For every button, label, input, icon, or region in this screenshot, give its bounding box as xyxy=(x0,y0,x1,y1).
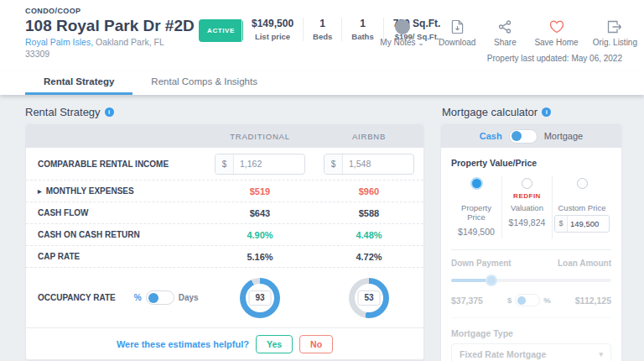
percent-days-toggle[interactable] xyxy=(146,290,174,305)
down-payment-label: Down Payment xyxy=(451,259,512,268)
column-header-traditional: TRADITIONAL xyxy=(205,132,314,141)
airbnb-occupancy-donut: 53 xyxy=(349,278,389,318)
loan-amount-value: $112,125 xyxy=(575,296,611,306)
heart-icon xyxy=(549,18,564,35)
traditional-occupancy-donut: 93 xyxy=(240,278,280,318)
rental-strategy-card: TRADITIONAL AIRBNB COMPARABLE RENTAL INC… xyxy=(25,123,424,360)
currency-prefix: $ xyxy=(325,154,343,174)
airbnb-income-input[interactable] xyxy=(343,159,410,169)
dollar-unit-label: $ xyxy=(507,296,512,305)
stat-baths: 1 Baths xyxy=(341,18,382,41)
airbnb-cap-rate: 4.72% xyxy=(314,252,423,262)
property-price-radio[interactable] xyxy=(470,177,483,190)
table-row-occupancy-rate: OCCUPANCY RATE % Days 93 53 xyxy=(26,267,423,327)
traditional-coc-return: 4.90% xyxy=(205,230,314,240)
tab-bar: Rental Strategy Rental Comps & Insights xyxy=(0,71,644,95)
option-property-price: Property Price $149,500 xyxy=(451,176,501,238)
mortgage-type-value: Fixed Rate Mortgage xyxy=(460,349,546,359)
mortgage-type-select[interactable]: Fixed Rate Mortgage ▾ xyxy=(451,343,611,361)
my-notes-button[interactable]: My Notes ⌄ xyxy=(380,18,424,47)
airbnb-income-input-group: $ xyxy=(324,154,414,175)
property-title: 108 Royal Park Dr #2D xyxy=(25,17,195,35)
address-text: Oakland Park, FL xyxy=(93,37,164,47)
table-row-cash-flow: CASH FLOW $643 $588 xyxy=(26,201,423,223)
table-row-cap-rate: CAP RATE 5.16% 4.72% xyxy=(26,245,423,267)
address-zip: 33309 xyxy=(25,48,195,60)
property-info: CONDO/COOP 108 Royal Park Dr #2D Royal P… xyxy=(25,7,195,60)
traditional-cap-rate: 5.16% xyxy=(205,252,314,262)
mortgage-calculator-section-title: Mortgage calculator i xyxy=(442,106,551,118)
cash-mortgage-toggle-row: Cash Mortgage xyxy=(441,124,621,148)
header-actions: My Notes ⌄ Download xyxy=(380,18,637,47)
feedback-no-button[interactable]: No xyxy=(299,335,333,353)
airbnb-coc-return: 4.48% xyxy=(314,230,423,240)
toggle-knob xyxy=(148,293,158,303)
last-updated-text: Property last updated: May 06, 2022 xyxy=(487,54,622,63)
cash-mortgage-toggle[interactable] xyxy=(509,129,538,144)
custom-price-input-group: $ xyxy=(554,215,610,233)
property-type-label: CONDO/COOP xyxy=(25,7,195,15)
price-options: Property Price $149,500 REDFIN Valuation… xyxy=(451,176,611,238)
option-custom-price: Custom Price $ xyxy=(552,176,611,238)
down-payment-slider[interactable] xyxy=(451,279,611,282)
loan-amount-label: Loan Amount xyxy=(558,259,611,268)
feedback-yes-button[interactable]: Yes xyxy=(256,335,293,353)
loan-settings-disabled-section: Down Payment Loan Amount $37,375 $ % $11… xyxy=(451,259,611,361)
share-icon xyxy=(498,18,512,35)
airbnb-monthly-expenses: $960 xyxy=(314,186,423,196)
cash-label[interactable]: Cash xyxy=(480,131,502,141)
rental-strategy-section-title: Rental Strategy i xyxy=(25,106,114,118)
traditional-monthly-expenses: $519 xyxy=(205,186,314,196)
percent-unit-label: % xyxy=(543,296,550,305)
info-icon[interactable]: i xyxy=(542,107,551,117)
property-price-value: $149,500 xyxy=(453,227,500,237)
divider xyxy=(451,317,611,318)
traditional-cash-flow: $643 xyxy=(205,208,314,218)
status-badge: ACTIVE xyxy=(199,19,243,42)
traditional-income-input[interactable] xyxy=(234,159,301,169)
info-icon[interactable]: i xyxy=(105,107,114,117)
currency-prefix: $ xyxy=(555,216,568,232)
share-button[interactable]: Share xyxy=(490,18,520,47)
table-row-comparable-rental-income: COMPARABLE RENTAL INCOME $ $ xyxy=(26,148,423,180)
feedback-row: Were these estimates helpful? Yes No xyxy=(26,327,423,359)
divider xyxy=(451,249,611,250)
save-home-button[interactable]: Save Home xyxy=(534,18,578,47)
down-payment-amount: $37,375 xyxy=(451,296,483,306)
option-redfin-valuation: REDFIN Valuation $149,824 xyxy=(501,176,552,238)
tab-rental-comps-insights[interactable]: Rental Comps & Insights xyxy=(132,71,276,95)
tab-rental-strategy[interactable]: Rental Strategy xyxy=(25,71,132,95)
download-file-icon xyxy=(451,18,464,35)
mortgage-calculator-card: Cash Mortgage Property Value/Price Prope… xyxy=(440,123,622,361)
mortgage-type-label: Mortgage Type xyxy=(451,328,611,338)
slider-knob[interactable] xyxy=(486,275,497,286)
percent-unit-label: % xyxy=(134,293,142,302)
days-unit-label: Days xyxy=(179,293,199,302)
download-button[interactable]: Download xyxy=(439,18,475,47)
traditional-occupancy-value: 93 xyxy=(249,290,272,306)
feedback-question: Were these estimates helpful? xyxy=(117,339,249,349)
neighborhood-link[interactable]: Royal Palm Isles, xyxy=(25,37,93,47)
dollar-percent-toggle[interactable] xyxy=(515,294,540,306)
column-header-airbnb: AIRBNB xyxy=(314,132,423,141)
external-listing-icon xyxy=(607,18,622,35)
custom-price-input[interactable] xyxy=(568,219,606,228)
property-value-label: Property Value/Price xyxy=(451,158,611,168)
expand-triangle-icon[interactable]: ▶ xyxy=(38,189,42,194)
mortgage-label[interactable]: Mortgage xyxy=(544,131,583,141)
property-header: CONDO/COOP 108 Royal Park Dr #2D Royal P… xyxy=(0,0,644,71)
currency-prefix: $ xyxy=(216,154,234,174)
table-row-monthly-expenses[interactable]: ▶MONTHLY EXPENSES $519 $960 xyxy=(26,180,423,201)
airbnb-occupancy-value: 53 xyxy=(358,290,381,306)
redfin-valuation-radio[interactable] xyxy=(522,178,532,189)
redfin-logo: REDFIN xyxy=(504,192,550,202)
notes-avatar-icon xyxy=(395,19,410,34)
caret-down-icon: ▾ xyxy=(599,350,603,358)
custom-price-radio[interactable] xyxy=(577,178,588,189)
chevron-down-icon: ⌄ xyxy=(418,39,424,47)
stat-list-price: $149,500 List price xyxy=(242,18,303,41)
toggle-knob xyxy=(512,131,522,141)
orig-listing-button[interactable]: Orig. Listing xyxy=(593,18,637,47)
table-row-cash-on-cash-return: CASH ON CASH RETURN 4.90% 4.48% xyxy=(26,223,423,245)
traditional-income-input-group: $ xyxy=(215,154,305,175)
